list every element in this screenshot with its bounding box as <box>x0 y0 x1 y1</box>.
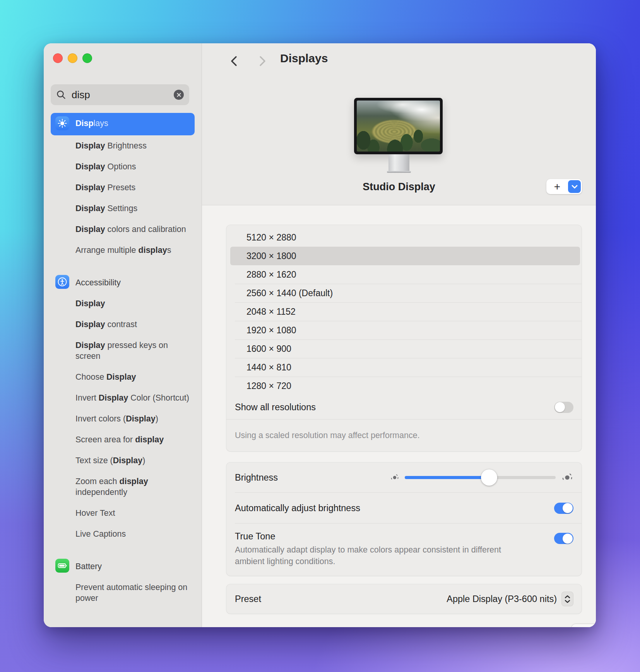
sidebar-item-choose-display[interactable]: Choose Display <box>51 367 195 387</box>
chevron-down-icon <box>565 600 570 603</box>
show-all-resolutions-toggle[interactable] <box>554 402 573 413</box>
sidebar-item-label: Arrange multiple displays <box>75 245 171 256</box>
sidebar-item-live-captions[interactable]: Live Captions <box>51 524 195 544</box>
sidebar-item-zoom-each-display-independently[interactable]: Zoom each display independently <box>51 471 195 503</box>
chevron-down-icon <box>571 184 578 189</box>
sidebar-item-display-presets[interactable]: Display Presets <box>51 177 195 198</box>
search-input[interactable] <box>71 89 169 101</box>
true-tone-row: True Tone Automatically adapt display to… <box>226 524 582 576</box>
displays-settings-content: 5120 × 28803200 × 18002880 × 16202560 × … <box>202 205 596 627</box>
auto-brightness-toggle[interactable] <box>554 503 573 514</box>
sidebar-item-display-settings[interactable]: Display Settings <box>51 198 195 219</box>
brightness-slider[interactable] <box>405 476 556 479</box>
sidebar-item-label: Accessibility <box>75 277 121 288</box>
true-tone-toggle[interactable] <box>554 533 573 544</box>
battery-icon <box>55 559 69 573</box>
monitor-stand <box>388 154 409 171</box>
display-wallpaper-thumbnail <box>357 101 440 152</box>
show-all-resolutions-row: Show all resolutions <box>226 395 582 419</box>
resolutions-card: 5120 × 28803200 × 18002880 × 16202560 × … <box>226 225 582 452</box>
resolution-option-1600-900[interactable]: 1600 × 900 <box>230 339 580 358</box>
studio-display-image <box>354 98 443 154</box>
sidebar-item-display-colors-and-calibration[interactable]: Display colors and calibration <box>51 219 195 240</box>
resolution-option-2048-1152[interactable]: 2048 × 1152 <box>230 302 580 321</box>
sidebar-item-label: Display Presets <box>75 182 135 193</box>
sidebar-item-label: Display colors and calibration <box>75 224 186 235</box>
resolution-option-1920-1080[interactable]: 1920 × 1080 <box>230 321 580 339</box>
preset-stepper[interactable] <box>561 592 573 606</box>
sidebar-results-list: DisplaysDisplay BrightnessDisplay Option… <box>51 113 195 609</box>
preset-row: Preset Apple Display (P3-600 nits) <box>226 584 582 614</box>
sidebar-item-label: Display Brightness <box>75 140 147 151</box>
back-button[interactable] <box>226 52 242 72</box>
page-title: Displays <box>280 52 328 65</box>
sidebar-item-screen-area-for-display[interactable]: Screen area for display <box>51 429 195 450</box>
sidebar-item-hover-text[interactable]: Hover Text <box>51 503 195 524</box>
displays-sun-icon <box>55 116 69 130</box>
add-display-dropdown-button[interactable] <box>568 180 581 193</box>
sidebar-item-label: Choose Display <box>75 372 136 382</box>
brightness-high-icon <box>561 471 573 484</box>
clear-search-icon[interactable] <box>174 90 184 100</box>
sidebar-item-text-size-display[interactable]: Text size (Display) <box>51 450 195 471</box>
sidebar-item-label: Invert Display Color (Shortcut) <box>75 392 189 403</box>
sidebar-item-label: Hover Text <box>75 508 115 518</box>
brightness-slider-fill <box>405 476 489 479</box>
forward-button[interactable] <box>254 52 270 72</box>
sidebar-item-invert-display-color-shortcut[interactable]: Invert Display Color (Shortcut) <box>51 387 195 408</box>
bottom-button-1[interactable] <box>571 624 596 627</box>
brightness-low-icon <box>390 473 399 482</box>
accessibility-icon <box>55 275 69 289</box>
sidebar-item-label: Display contrast <box>75 319 137 330</box>
brightness-slider-knob[interactable] <box>481 469 497 486</box>
desktop-wallpaper: DisplaysDisplay BrightnessDisplay Option… <box>0 0 640 672</box>
true-tone-description: Automatically adapt display to make colo… <box>235 544 533 567</box>
resolution-option-1440-810[interactable]: 1440 × 810 <box>230 358 580 377</box>
system-settings-window: DisplaysDisplay BrightnessDisplay Option… <box>44 43 596 627</box>
resolution-option-5120-2880[interactable]: 5120 × 2880 <box>230 228 580 247</box>
sidebar-item-label: Zoom each display independently <box>75 476 191 498</box>
auto-brightness-row: Automatically adjust brightness <box>226 493 582 524</box>
sidebar-item-invert-colors-display[interactable]: Invert colors (Display) <box>51 408 195 429</box>
sidebar-item-label: Live Captions <box>75 529 126 539</box>
sidebar-item-prevent-automatic-sleeping-on-power[interactable]: Prevent automatic sleeping on power <box>51 577 195 609</box>
sidebar-item-arrange-multiple-displays[interactable]: Arrange multiple displays <box>51 240 195 261</box>
preset-label: Preset <box>235 594 261 604</box>
sidebar-item-battery[interactable]: Battery <box>51 556 195 577</box>
brightness-row: Brightness <box>226 462 582 493</box>
resolution-option-3200-1800[interactable]: 3200 × 1800 <box>230 247 580 265</box>
sidebar-item-display-contrast[interactable]: Display contrast <box>51 314 195 335</box>
true-tone-label: True Tone <box>235 531 276 541</box>
resolution-list: 5120 × 28803200 × 18002880 × 16202560 × … <box>226 228 582 395</box>
sidebar-item-label: Screen area for display <box>75 434 164 445</box>
main-pane: Displays Studio Display + <box>202 43 596 627</box>
monitor-stand-base <box>387 171 411 173</box>
chevron-up-icon <box>565 595 570 599</box>
sidebar-item-accessibility[interactable]: Accessibility <box>51 272 195 293</box>
minimize-button[interactable] <box>68 53 77 63</box>
add-display-button[interactable]: + <box>546 180 568 194</box>
window-controls <box>53 53 92 63</box>
sidebar-item-label: Display pressed keys on screen <box>75 340 191 362</box>
sidebar-item-label: Text size (Display) <box>75 455 145 466</box>
sidebar-item-display-pressed-keys-on-screen[interactable]: Display pressed keys on screen <box>51 335 195 367</box>
sidebar-item-display[interactable]: Display <box>51 293 195 314</box>
search-field[interactable] <box>51 84 189 105</box>
resolution-option-1280-720[interactable]: 1280 × 720 <box>230 377 580 395</box>
sidebar-item-display-options[interactable]: Display Options <box>51 156 195 177</box>
resolution-footnote: Using a scaled resolution may affect per… <box>226 420 582 451</box>
close-button[interactable] <box>53 53 63 63</box>
resolution-option-2880-1620[interactable]: 2880 × 1620 <box>230 265 580 284</box>
displays-header-section: Displays Studio Display + <box>202 43 596 205</box>
sidebar-item-display-brightness[interactable]: Display Brightness <box>51 135 195 156</box>
show-all-resolutions-label: Show all resolutions <box>235 402 316 413</box>
zoom-button[interactable] <box>82 53 92 63</box>
resolution-option-2560-1440[interactable]: 2560 × 1440 (Default) <box>230 284 580 302</box>
sidebar: DisplaysDisplay BrightnessDisplay Option… <box>44 43 202 627</box>
sidebar-item-displays[interactable]: Displays <box>51 113 195 135</box>
preset-value: Apple Display (P3-600 nits) <box>447 594 557 604</box>
brightness-card: Brightness <box>226 462 582 576</box>
sidebar-item-label: Display Settings <box>75 203 137 214</box>
device-name: Studio Display <box>202 181 596 193</box>
auto-brightness-label: Automatically adjust brightness <box>235 503 360 513</box>
